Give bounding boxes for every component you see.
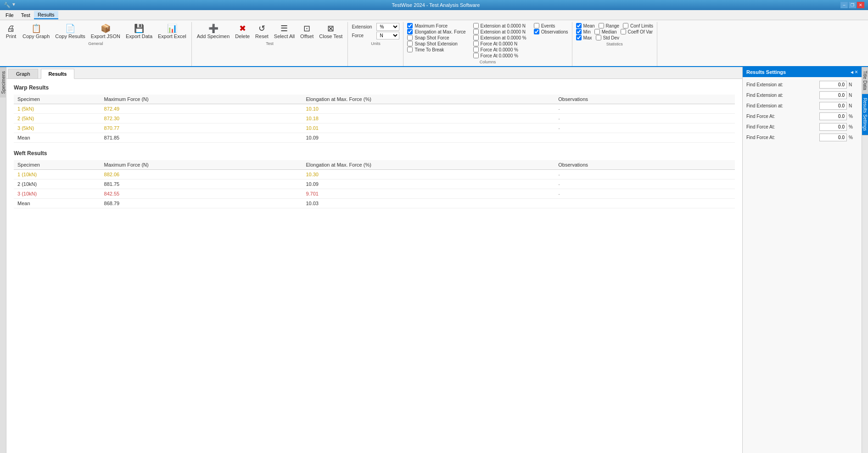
collapse-settings-btn[interactable]: ◂ bbox=[851, 69, 853, 75]
warp-mean-label: Mean bbox=[14, 133, 101, 143]
elongation-col-label: Elongation at Max. Force bbox=[414, 29, 465, 34]
close-test-button[interactable]: ⊠ Close Test bbox=[317, 23, 345, 40]
menu-file[interactable]: File bbox=[2, 11, 17, 19]
force-pct2-checkbox[interactable] bbox=[473, 53, 479, 58]
snap-shot-ext-checkbox[interactable] bbox=[407, 41, 413, 46]
restore-button[interactable]: ❐ bbox=[849, 2, 856, 8]
weft-row1-force[interactable]: 882.06 bbox=[104, 172, 120, 177]
print-button[interactable]: 🖨 Print bbox=[3, 23, 19, 40]
std-dev-checkbox[interactable] bbox=[596, 35, 601, 40]
time-to-break-checkbox[interactable] bbox=[407, 47, 413, 52]
close-test-label: Close Test bbox=[319, 34, 342, 39]
range-checkbox[interactable] bbox=[599, 23, 604, 28]
ext1-input[interactable] bbox=[819, 81, 847, 89]
elongation-checkbox[interactable] bbox=[407, 29, 413, 34]
force3-input[interactable] bbox=[819, 134, 847, 141]
results-settings-header: Results Settings ◂ × bbox=[743, 67, 862, 77]
weft-row2-specimen[interactable]: 2 (10kN) bbox=[17, 181, 37, 187]
weft-row1-specimen[interactable]: 1 (10kN) bbox=[17, 172, 37, 177]
reset-button[interactable]: ↺ Reset bbox=[253, 23, 271, 40]
offset-label: Offset bbox=[300, 34, 314, 39]
tab-results[interactable]: Results bbox=[41, 69, 75, 79]
warp-row3-force[interactable]: 870.77 bbox=[104, 125, 120, 131]
ext-n2-checkbox[interactable] bbox=[473, 29, 479, 34]
force-label: Force bbox=[352, 33, 375, 38]
weft-row1-elong[interactable]: 10.30 bbox=[306, 172, 319, 177]
select-all-button[interactable]: ☰ Select All bbox=[272, 23, 297, 40]
specimens-tab[interactable]: Specimens bbox=[0, 67, 6, 97]
menu-test[interactable]: Test bbox=[17, 11, 34, 19]
weft-row2-elong[interactable]: 10.09 bbox=[306, 181, 319, 187]
weft-row3-elong[interactable]: 9.701 bbox=[306, 191, 319, 196]
ext-pct-checkbox[interactable] bbox=[473, 35, 479, 40]
copy-graph-button[interactable]: 📋 Copy Graph bbox=[20, 23, 52, 40]
warp-row3-elong[interactable]: 10.01 bbox=[306, 125, 319, 131]
force-pct1-checkbox[interactable] bbox=[473, 47, 479, 52]
coeff-var-checkbox[interactable] bbox=[621, 29, 626, 34]
weft-row3-force[interactable]: 842.55 bbox=[104, 191, 120, 196]
weft-results-table: Specimen Maximum Force (N) Elongation at… bbox=[14, 160, 735, 208]
export-excel-icon: 📊 bbox=[167, 24, 177, 33]
table-row[interactable]: 2 (10kN) 881.75 10.09 - bbox=[14, 179, 735, 189]
table-row[interactable]: 3 (5kN) 870.77 10.01 - bbox=[14, 123, 735, 133]
warp-row2-specimen[interactable]: 2 (5kN) bbox=[17, 116, 34, 121]
conf-limits-checkbox[interactable] bbox=[623, 23, 628, 28]
weft-row2-force[interactable]: 881.75 bbox=[104, 181, 120, 187]
warp-row1-elong[interactable]: 10.10 bbox=[306, 106, 319, 112]
offset-icon: ⊡ bbox=[303, 24, 310, 33]
warp-mean-force: 871.85 bbox=[101, 133, 302, 143]
tab-graph[interactable]: Graph bbox=[8, 69, 38, 78]
warp-mean-obs bbox=[554, 133, 735, 143]
results-settings-tab[interactable]: Results Settings bbox=[862, 94, 868, 135]
extension-select[interactable]: %mmin bbox=[376, 23, 399, 31]
export-json-icon: 📦 bbox=[101, 24, 111, 33]
events-checkbox[interactable] bbox=[534, 23, 539, 28]
ext2-input[interactable] bbox=[819, 91, 847, 99]
force-n-checkbox[interactable] bbox=[473, 41, 479, 46]
copy-results-button[interactable]: 📄 Copy Results bbox=[53, 23, 87, 40]
median-label: Median bbox=[602, 29, 617, 34]
table-row[interactable]: 2 (5kN) 872.30 10.18 - bbox=[14, 114, 735, 123]
warp-results-title: Warp Results bbox=[14, 84, 735, 91]
table-row[interactable]: 3 (10kN) 842.55 9.701 - bbox=[14, 189, 735, 199]
offset-button[interactable]: ⊡ Offset bbox=[298, 23, 316, 40]
warp-row2-elong[interactable]: 10.18 bbox=[306, 116, 319, 121]
ext3-input[interactable] bbox=[819, 102, 847, 110]
max-checkbox[interactable] bbox=[576, 35, 582, 40]
warp-row2-force[interactable]: 872.30 bbox=[104, 116, 120, 121]
snap-shot-force-checkbox[interactable] bbox=[407, 35, 413, 40]
force2-input[interactable] bbox=[819, 123, 847, 131]
close-button[interactable]: ✕ bbox=[857, 2, 864, 8]
std-dev-label: Std Dev bbox=[603, 35, 620, 40]
export-json-button[interactable]: 📦 Export JSON bbox=[89, 23, 123, 40]
observations-checkbox[interactable] bbox=[534, 29, 539, 34]
table-row[interactable]: 1 (10kN) 882.06 10.30 - bbox=[14, 170, 735, 179]
delete-button[interactable]: ✖ Delete bbox=[233, 23, 252, 40]
tab-bar: Graph Results bbox=[6, 67, 742, 79]
warp-row1-force[interactable]: 872.49 bbox=[104, 106, 120, 112]
warp-row1-specimen[interactable]: 1 (5kN) bbox=[17, 106, 34, 112]
min-checkbox[interactable] bbox=[576, 29, 582, 34]
add-specimen-button[interactable]: ➕ Add Specimen bbox=[195, 23, 232, 40]
ext-n1-checkbox[interactable] bbox=[473, 23, 479, 28]
median-checkbox[interactable] bbox=[594, 29, 600, 34]
mean-checkbox[interactable] bbox=[576, 23, 582, 28]
ext3-unit: N bbox=[849, 103, 858, 108]
force1-input[interactable] bbox=[819, 112, 847, 120]
export-excel-button[interactable]: 📊 Export Excel bbox=[156, 23, 189, 40]
minimize-button[interactable]: – bbox=[840, 2, 848, 8]
weft-row3-specimen[interactable]: 3 (10kN) bbox=[17, 191, 37, 196]
weft-mean-label: Mean bbox=[14, 199, 101, 208]
warp-col-obs: Observations bbox=[554, 95, 735, 104]
title-data-tab[interactable]: Title Data bbox=[862, 67, 868, 94]
ext-pct-label: Extension at 0.0000 % bbox=[481, 35, 526, 40]
close-settings-btn[interactable]: × bbox=[855, 69, 858, 75]
statistics-group-label: Statistics bbox=[576, 42, 654, 46]
ext-n1-label: Extension at 0.0000 N bbox=[481, 23, 526, 28]
force-select[interactable]: NkNlbf bbox=[376, 32, 399, 39]
table-row[interactable]: 1 (5kN) 872.49 10.10 - bbox=[14, 104, 735, 114]
warp-row3-specimen[interactable]: 3 (5kN) bbox=[17, 125, 34, 131]
menu-results[interactable]: Results bbox=[34, 11, 58, 19]
max-force-checkbox[interactable] bbox=[407, 23, 413, 28]
export-data-button[interactable]: 💾 Export Data bbox=[123, 23, 155, 40]
